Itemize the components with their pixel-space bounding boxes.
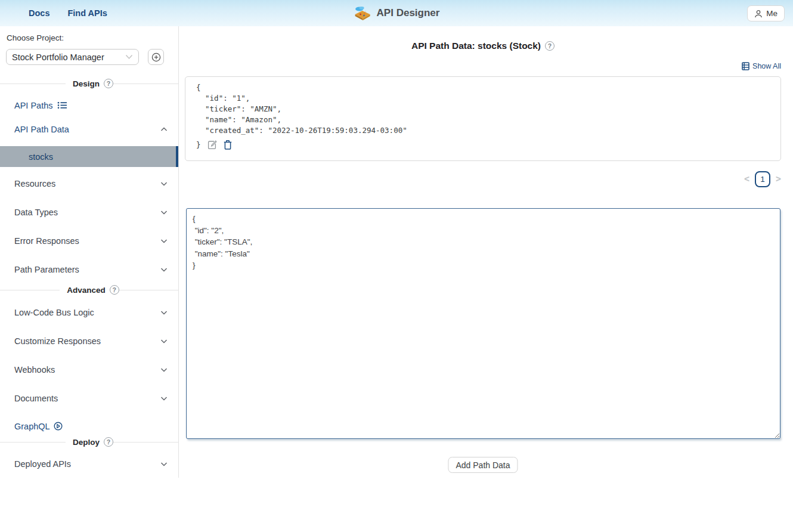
record-json-line: "ticker": "AMZN",	[196, 104, 770, 115]
sidebar: Choose Project: Stock Portfolio Manager …	[0, 26, 179, 478]
design-section-header: Design ?	[0, 78, 179, 89]
record-json-line: "created_at": "2022-10-26T19:59:03.294-0…	[196, 125, 770, 136]
top-navigation: Docs Find APIs	[29, 0, 107, 26]
chevron-down-icon	[160, 181, 168, 186]
divider	[0, 290, 60, 290]
stocks-label: stocks	[29, 152, 53, 162]
sidebar-item-api-paths[interactable]: API Paths	[0, 97, 178, 113]
user-icon	[754, 10, 763, 18]
divider	[113, 442, 179, 443]
deploy-section-title: Deploy	[66, 438, 104, 447]
chevron-down-icon	[160, 239, 168, 243]
sidebar-item-low-code-bus-logic[interactable]: Low-Code Bus Logic	[0, 304, 178, 320]
record-display-card: { "id": "1", "ticker": "AMZN", "name": "…	[185, 76, 781, 161]
sidebar-item-graphql[interactable]: GraphQL	[0, 418, 178, 434]
advanced-section-title: Advanced	[60, 286, 110, 295]
page-title-help-icon[interactable]: ?	[545, 41, 555, 51]
low-code-bus-logic-label: Low-Code Bus Logic	[14, 308, 160, 317]
pagination-page-1[interactable]: 1	[755, 171, 770, 187]
divider	[0, 83, 66, 84]
app-brand: API Designer	[354, 0, 440, 26]
divider	[113, 83, 179, 84]
sidebar-item-documents[interactable]: Documents	[0, 390, 178, 406]
design-help-icon[interactable]: ?	[104, 79, 113, 88]
pagination: < 1 >	[744, 171, 781, 187]
path-parameters-label: Path Parameters	[14, 265, 160, 274]
record-json-line: "name": "Amazon",	[196, 115, 770, 125]
error-responses-label: Error Responses	[14, 236, 160, 246]
sidebar-item-resources[interactable]: Resources	[0, 175, 178, 191]
list-icon	[57, 101, 67, 109]
sidebar-subitem-stocks[interactable]: stocks	[0, 146, 178, 167]
deploy-section-header: Deploy ?	[0, 436, 179, 448]
pagination-next-icon[interactable]: >	[776, 175, 781, 184]
add-project-button[interactable]	[148, 49, 164, 65]
table-icon	[742, 62, 749, 70]
chevron-down-icon	[160, 339, 168, 344]
delete-record-icon[interactable]	[224, 140, 232, 150]
graphql-label: GraphQL	[14, 422, 50, 431]
sidebar-item-webhooks[interactable]: Webhooks	[0, 361, 178, 378]
show-all-label: Show All	[752, 62, 781, 70]
design-section-title: Design	[66, 79, 104, 88]
api-paths-label: API Paths	[14, 101, 52, 110]
divider	[119, 290, 179, 290]
plus-circle-icon	[151, 52, 161, 62]
me-button[interactable]: Me	[747, 5, 785, 21]
sidebar-item-data-types[interactable]: Data Types	[0, 204, 178, 220]
resources-label: Resources	[14, 179, 160, 188]
sidebar-item-path-parameters[interactable]: Path Parameters	[0, 261, 178, 277]
deploy-help-icon[interactable]: ?	[104, 437, 113, 447]
chevron-down-icon	[160, 267, 168, 272]
show-all-link[interactable]: Show All	[742, 62, 781, 70]
project-select[interactable]: Stock Portfolio Manager	[6, 49, 139, 65]
chevron-down-icon	[125, 54, 133, 60]
chevron-up-icon	[160, 127, 168, 132]
record-json-line: {	[196, 82, 770, 93]
webhooks-label: Webhooks	[14, 365, 160, 375]
add-path-data-button[interactable]: Add Path Data	[448, 457, 518, 473]
play-circle-icon	[54, 422, 63, 431]
nav-find-apis-link[interactable]: Find APIs	[67, 8, 107, 18]
advanced-section-header: Advanced ?	[0, 284, 179, 296]
record-json-line: "id": "1",	[196, 93, 770, 104]
choose-project-label: Choose Project:	[7, 33, 64, 42]
edit-record-icon[interactable]	[207, 140, 217, 150]
deployed-apis-label: Deployed APIs	[14, 459, 160, 469]
api-path-data-label: API Path Data	[14, 125, 160, 134]
sidebar-item-error-responses[interactable]: Error Responses	[0, 233, 178, 249]
project-select-value: Stock Portfolio Manager	[12, 52, 125, 62]
pagination-prev-icon[interactable]: <	[744, 175, 749, 184]
data-types-label: Data Types	[14, 208, 160, 217]
chevron-down-icon	[160, 210, 168, 215]
chevron-down-icon	[160, 367, 168, 372]
chevron-down-icon	[160, 396, 168, 401]
record-json-close-brace: }	[196, 140, 201, 150]
app-title: API Designer	[377, 7, 440, 19]
chevron-down-icon	[160, 310, 168, 315]
sidebar-item-api-path-data[interactable]: API Path Data	[0, 121, 178, 137]
sidebar-item-deployed-apis[interactable]: Deployed APIs	[0, 456, 178, 472]
chevron-down-icon	[160, 462, 168, 466]
nav-docs-link[interactable]: Docs	[29, 8, 49, 18]
page-title-text: API Path Data: stocks (Stock)	[411, 41, 541, 51]
top-header-bar: Docs Find APIs API Designer Me	[0, 0, 793, 26]
me-button-label: Me	[766, 9, 777, 18]
advanced-help-icon[interactable]: ?	[110, 285, 119, 295]
app-logo-icon	[354, 5, 371, 21]
sidebar-item-customize-responses[interactable]: Customize Responses	[0, 333, 178, 349]
documents-label: Documents	[14, 394, 160, 403]
divider	[0, 442, 66, 443]
new-record-json-editor[interactable]: { "id": "2", "ticker": "TSLA", "name": "…	[186, 208, 780, 439]
customize-responses-label: Customize Responses	[14, 336, 160, 346]
page-title: API Path Data: stocks (Stock) ?	[185, 41, 781, 51]
